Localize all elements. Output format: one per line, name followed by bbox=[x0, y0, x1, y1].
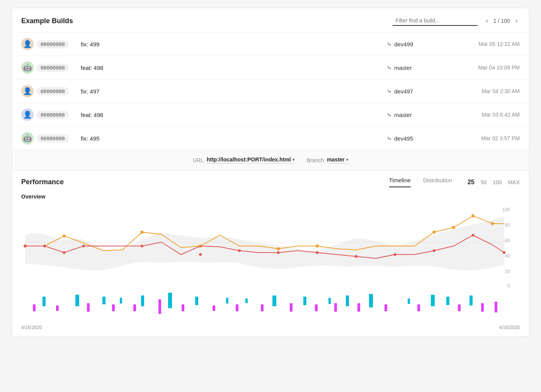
performance-tabs: Timeline Distribution bbox=[389, 177, 452, 187]
svg-point-11 bbox=[277, 247, 280, 250]
svg-rect-53 bbox=[133, 304, 136, 311]
svg-rect-36 bbox=[168, 293, 172, 308]
svg-rect-31 bbox=[43, 297, 46, 306]
perf-num-50[interactable]: 50 bbox=[481, 179, 487, 185]
branch-icon: ⤷ bbox=[387, 41, 392, 48]
svg-text:20: 20 bbox=[505, 269, 510, 274]
svg-rect-61 bbox=[334, 303, 337, 312]
svg-text:60: 60 bbox=[505, 238, 510, 243]
build-branch-area: ⤷ dev499 bbox=[387, 41, 449, 48]
svg-rect-34 bbox=[120, 298, 122, 304]
perf-num-100[interactable]: 100 bbox=[493, 179, 502, 185]
svg-rect-51 bbox=[87, 303, 90, 312]
line-chart-svg: 100 80 60 40 20 0 bbox=[21, 204, 520, 289]
performance-header: Performance Timeline Distribution 25 50 … bbox=[12, 170, 529, 187]
pagination: ‹ 1 / 100 › bbox=[484, 17, 520, 25]
avatar: 👤 bbox=[21, 85, 34, 97]
filter-input[interactable] bbox=[393, 16, 478, 26]
pagination-next-button[interactable]: › bbox=[513, 17, 520, 25]
build-message: fix: 499 bbox=[81, 41, 378, 48]
branch-icon: ⤷ bbox=[387, 111, 392, 119]
svg-point-16 bbox=[491, 222, 494, 225]
svg-rect-57 bbox=[236, 304, 238, 311]
svg-rect-60 bbox=[315, 304, 318, 311]
svg-text:40: 40 bbox=[505, 253, 510, 259]
build-branch: master bbox=[394, 64, 412, 71]
svg-point-24 bbox=[277, 251, 280, 254]
svg-rect-63 bbox=[384, 304, 387, 311]
builds-header: Example Builds ‹ 1 / 100 › bbox=[12, 8, 529, 32]
build-id: 00000000 bbox=[37, 111, 69, 119]
svg-point-26 bbox=[355, 255, 357, 258]
pagination-prev-button[interactable]: ‹ bbox=[484, 17, 490, 25]
svg-rect-65 bbox=[458, 304, 461, 311]
branch-label: Branch bbox=[307, 157, 324, 163]
svg-rect-47 bbox=[446, 297, 449, 305]
table-row[interactable]: 🤖 00000000 feat: 498 ⤷ master Mar 04 10:… bbox=[12, 56, 529, 80]
svg-rect-35 bbox=[141, 295, 144, 306]
build-branch-area: ⤷ master bbox=[387, 64, 449, 71]
svg-point-19 bbox=[63, 251, 65, 254]
dates-row: 4/16/2020 4/16/2020 bbox=[12, 322, 529, 336]
svg-rect-55 bbox=[182, 304, 184, 311]
url-value[interactable]: http://localhost:PORT/index.html ▾ bbox=[207, 156, 294, 164]
svg-rect-43 bbox=[346, 295, 349, 306]
build-message: feat: 498 bbox=[81, 64, 378, 71]
svg-point-8 bbox=[63, 234, 66, 238]
perf-num-25[interactable]: 25 bbox=[468, 179, 475, 186]
svg-point-18 bbox=[43, 245, 46, 248]
svg-point-28 bbox=[433, 249, 436, 252]
table-row[interactable]: 🤖 00000000 fix: 495 ⤷ dev495 Mar 02 3:57… bbox=[12, 127, 529, 150]
svg-point-25 bbox=[316, 251, 318, 254]
svg-point-20 bbox=[82, 245, 85, 248]
build-date: Mar 05 12:22 AM bbox=[458, 41, 520, 47]
build-branch-area: ⤷ dev495 bbox=[387, 135, 449, 142]
avatar: 🤖 bbox=[21, 61, 34, 74]
performance-numbers: 25 50 100 MAX bbox=[468, 179, 520, 186]
svg-rect-41 bbox=[303, 297, 306, 305]
svg-rect-59 bbox=[290, 303, 293, 312]
build-avatar: 👤 00000000 bbox=[21, 85, 71, 97]
build-branch: dev499 bbox=[394, 41, 413, 48]
branch-value[interactable]: master ▾ bbox=[327, 156, 348, 164]
build-avatar: 🤖 00000000 bbox=[21, 132, 71, 144]
performance-title: Performance bbox=[21, 178, 64, 186]
svg-point-21 bbox=[141, 245, 143, 248]
table-row[interactable]: 👤 00000000 feat: 496 ⤷ master Mar 03 6:4… bbox=[12, 103, 529, 127]
svg-rect-40 bbox=[272, 295, 276, 306]
svg-rect-56 bbox=[213, 305, 215, 311]
svg-point-30 bbox=[503, 251, 505, 254]
avatar: 👤 bbox=[21, 38, 34, 50]
build-list: 👤 00000000 fix: 499 ⤷ dev499 Mar 05 12:2… bbox=[12, 32, 529, 150]
bar-chart-svg bbox=[21, 291, 500, 322]
svg-point-23 bbox=[238, 249, 241, 252]
build-branch: master bbox=[394, 112, 412, 118]
start-date: 4/16/2020 bbox=[21, 325, 42, 330]
pagination-text: 1 / 100 bbox=[493, 18, 510, 24]
branch-filter: Branch master ▾ bbox=[307, 156, 348, 164]
build-avatar: 👤 00000000 bbox=[21, 38, 71, 50]
svg-rect-48 bbox=[470, 295, 473, 305]
main-container: Example Builds ‹ 1 / 100 › 👤 00000000 fi… bbox=[12, 8, 529, 337]
svg-rect-46 bbox=[431, 295, 435, 306]
build-date: Mar 04 10:09 PM bbox=[458, 64, 520, 71]
svg-rect-37 bbox=[195, 297, 198, 305]
perf-num-max[interactable]: MAX bbox=[508, 179, 520, 185]
branch-icon: ⤷ bbox=[387, 64, 392, 71]
svg-point-13 bbox=[432, 231, 436, 234]
tab-distribution[interactable]: Distribution bbox=[423, 177, 452, 187]
avatar: 🤖 bbox=[21, 132, 34, 144]
svg-rect-45 bbox=[408, 299, 410, 304]
build-branch-area: ⤷ dev497 bbox=[387, 88, 449, 95]
table-row[interactable]: 👤 00000000 fix: 499 ⤷ dev499 Mar 05 12:2… bbox=[12, 32, 529, 56]
svg-rect-33 bbox=[102, 297, 105, 304]
branch-icon: ⤷ bbox=[387, 88, 392, 95]
build-branch-area: ⤷ master bbox=[387, 111, 449, 119]
svg-text:80: 80 bbox=[505, 222, 510, 228]
tab-timeline[interactable]: Timeline bbox=[389, 177, 411, 187]
table-row[interactable]: 👤 00000000 fix: 497 ⤷ dev497 Mar 04 2:30… bbox=[12, 80, 529, 103]
svg-point-14 bbox=[452, 226, 455, 229]
svg-rect-64 bbox=[417, 304, 420, 311]
svg-rect-38 bbox=[226, 298, 228, 304]
svg-point-17 bbox=[24, 245, 27, 248]
